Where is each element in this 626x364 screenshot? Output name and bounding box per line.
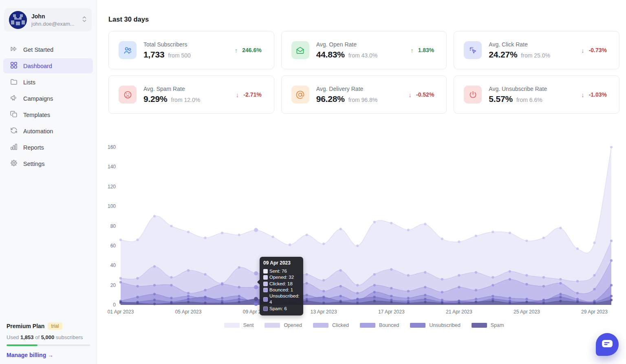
engagement-area-chart[interactable]: 02040608010012014016001 Apr 202305 Apr 2… [102,143,618,315]
data-point[interactable] [373,273,376,276]
data-point[interactable] [559,293,562,295]
data-point[interactable] [542,276,545,278]
data-point[interactable] [339,269,342,271]
data-point[interactable] [458,274,460,276]
data-point[interactable] [458,286,460,288]
data-point[interactable] [339,228,342,230]
data-point[interactable] [356,284,359,287]
data-point[interactable] [373,221,376,223]
data-point[interactable] [119,277,122,280]
data-point[interactable] [373,284,376,287]
data-point[interactable] [390,301,392,303]
data-point[interactable] [475,289,477,291]
data-point[interactable] [221,283,223,285]
legend-item-spam[interactable]: Spam [472,322,504,328]
data-point[interactable] [356,245,359,247]
data-point[interactable] [593,274,595,276]
data-point[interactable] [306,234,308,236]
data-point[interactable] [204,302,206,304]
data-point[interactable] [407,290,410,292]
data-point[interactable] [610,299,613,301]
data-point[interactable] [441,278,443,280]
data-point[interactable] [509,270,511,273]
data-point[interactable] [272,236,274,238]
data-point[interactable] [559,282,562,285]
data-point[interactable] [153,284,156,287]
data-point[interactable] [492,295,494,297]
data-point[interactable] [187,298,190,300]
data-point[interactable] [492,276,494,278]
sidebar-item-templates[interactable]: Templates [3,107,93,122]
data-point[interactable] [509,297,511,299]
data-point[interactable] [153,299,156,301]
data-point[interactable] [289,243,291,246]
data-point[interactable] [542,302,545,304]
data-point[interactable] [424,271,426,274]
data-point[interactable] [458,240,460,243]
data-point[interactable] [136,238,139,241]
data-point[interactable] [136,296,139,298]
data-point[interactable] [170,225,172,227]
data-point[interactable] [322,296,325,298]
account-switcher[interactable]: John john.doe@exam... [4,8,92,31]
data-point[interactable] [238,295,240,297]
data-point[interactable] [593,302,595,304]
data-point[interactable] [254,228,258,232]
sidebar-item-settings[interactable]: Settings [3,156,93,171]
data-point[interactable] [542,299,545,301]
data-point[interactable] [187,295,190,297]
data-point[interactable] [441,291,443,293]
data-point[interactable] [525,301,528,303]
chat-launcher-button[interactable] [596,333,619,356]
data-point[interactable] [559,300,562,302]
data-point[interactable] [492,231,494,233]
data-point[interactable] [509,278,511,280]
data-point[interactable] [170,302,172,304]
data-point[interactable] [424,294,426,296]
data-point[interactable] [136,302,139,304]
data-point[interactable] [322,243,325,245]
data-point[interactable] [204,289,206,291]
data-point[interactable] [356,298,359,300]
data-point[interactable] [238,266,240,269]
legend-item-clicked[interactable]: Clicked [313,322,349,328]
data-point[interactable] [390,287,392,289]
data-point[interactable] [339,285,342,287]
data-point[interactable] [170,297,172,299]
data-point[interactable] [576,280,579,282]
data-point[interactable] [153,293,156,295]
data-point[interactable] [254,271,258,276]
data-point[interactable] [119,301,122,303]
data-point[interactable] [306,294,308,296]
data-point[interactable] [153,302,156,305]
data-point[interactable] [119,281,122,283]
data-point[interactable] [254,285,258,289]
data-point[interactable] [525,283,528,285]
data-point[interactable] [238,286,240,288]
data-point[interactable] [509,302,511,304]
data-point[interactable] [610,240,613,242]
manage-billing-link[interactable]: Manage billing → [7,352,53,358]
data-point[interactable] [441,238,443,240]
sidebar-item-campaigns[interactable]: Campaigns [3,91,93,106]
data-point[interactable] [610,259,613,262]
data-point[interactable] [187,292,190,294]
data-point[interactable] [204,236,206,239]
legend-item-opened[interactable]: Opened [265,322,302,328]
data-point[interactable] [238,234,240,236]
data-point[interactable] [153,265,156,268]
data-point[interactable] [136,285,139,287]
data-point[interactable] [407,297,410,299]
data-point[interactable] [610,284,613,287]
data-point[interactable] [356,302,359,304]
data-point[interactable] [610,146,613,148]
data-point[interactable] [424,298,426,300]
data-point[interactable] [221,302,223,304]
data-point[interactable] [576,247,579,250]
data-point[interactable] [238,301,240,303]
sidebar-item-get-started[interactable]: Get Started [3,42,93,57]
data-point[interactable] [136,277,139,280]
data-point[interactable] [204,296,206,298]
data-point[interactable] [238,298,240,300]
data-point[interactable] [525,274,528,276]
